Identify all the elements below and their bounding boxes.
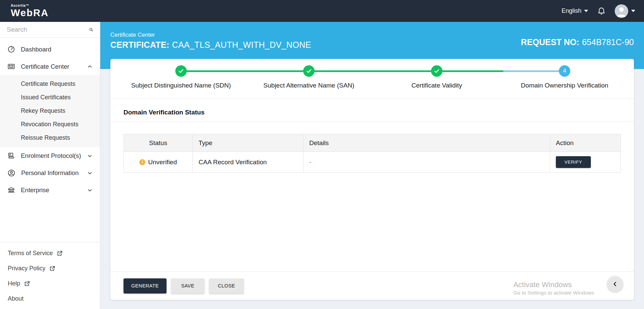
search-input[interactable] bbox=[7, 26, 89, 33]
person-icon bbox=[7, 169, 15, 177]
wizard-stepper: 4 Subject Distinguished Name (SDN) Subje… bbox=[110, 59, 634, 99]
caret-down-icon bbox=[631, 10, 635, 12]
close-button[interactable]: CLOSE bbox=[209, 278, 244, 294]
topbar: Ascertia™ WebRA English bbox=[0, 0, 644, 22]
sidebar-item-label: Personal Information bbox=[21, 169, 81, 177]
domain-verification-table: Status Type Details Action i Unverified … bbox=[123, 134, 621, 173]
check-icon bbox=[306, 68, 312, 74]
section-title: Domain Verification Status bbox=[123, 109, 205, 116]
watermark-line1: Activate Windows bbox=[513, 280, 594, 289]
step-4-circle[interactable]: 4 bbox=[559, 65, 570, 77]
avatar bbox=[615, 4, 628, 18]
column-header-type: Type bbox=[193, 134, 303, 152]
sidebar-item-label: Enrolment Protocol(s) bbox=[21, 152, 81, 160]
bell-icon bbox=[597, 6, 606, 15]
check-icon bbox=[434, 68, 440, 74]
info-badge-icon: i bbox=[139, 159, 145, 165]
sidebar-search bbox=[0, 22, 100, 38]
type-cell: CAA Record Verification bbox=[193, 152, 303, 173]
certificate-icon bbox=[7, 63, 15, 70]
sidebar-item-personal-information[interactable]: Personal Information bbox=[0, 164, 100, 181]
sidebar-item-certificate-requests[interactable]: Certificate Requests bbox=[0, 77, 100, 91]
step-4-label: Domain Ownership Verification bbox=[494, 82, 635, 89]
user-menu[interactable] bbox=[615, 4, 635, 18]
ascertia-logo-text: Ascertia™ bbox=[11, 4, 49, 7]
about-link[interactable]: About bbox=[0, 291, 100, 306]
step-3-label: Certificate Validity bbox=[366, 82, 507, 89]
request-number-value: 654B781C-90 bbox=[582, 37, 634, 47]
enrolment-icon bbox=[7, 152, 15, 160]
step-3-circle[interactable] bbox=[431, 65, 442, 77]
chevron-down-icon bbox=[87, 153, 93, 159]
sidebar-footer: Terms of Service Privacy Policy Help Abo… bbox=[0, 242, 100, 309]
chevron-left-icon bbox=[612, 281, 618, 287]
main-content: Certificate Center CERTIFICATE:CAA_TLS_A… bbox=[100, 22, 644, 309]
step-2-label: Subject Alternative Name (SAN) bbox=[238, 82, 380, 89]
verify-button[interactable]: VERIFY bbox=[556, 156, 591, 168]
terms-of-service-link[interactable]: Terms of Service bbox=[0, 246, 100, 261]
step-2-circle[interactable] bbox=[303, 65, 315, 77]
language-selector[interactable]: English bbox=[562, 7, 588, 14]
sidebar-item-enterprise[interactable]: Enterprise bbox=[0, 181, 100, 199]
table-header-row: Status Type Details Action bbox=[124, 134, 621, 152]
sidebar-item-label: Enterprise bbox=[21, 186, 81, 194]
column-header-details: Details bbox=[303, 134, 550, 152]
sidebar-item-rekey-requests[interactable]: Rekey Requests bbox=[0, 104, 100, 117]
sidebar-item-certificate-center[interactable]: Certificate Center bbox=[0, 58, 100, 75]
details-dash: - bbox=[309, 159, 311, 166]
sidebar-item-revocation-requests[interactable]: Revocation Requests bbox=[0, 117, 100, 131]
sidebar: Dashboard Certificate Center Certificate… bbox=[0, 22, 100, 309]
wizard-card: 4 Subject Distinguished Name (SDN) Subje… bbox=[110, 59, 634, 300]
submenu-label: Issued Certificates bbox=[21, 94, 71, 101]
request-number-label: REQUEST NO: bbox=[521, 37, 579, 47]
chevron-down-icon bbox=[87, 187, 93, 193]
help-link[interactable]: Help bbox=[0, 276, 100, 291]
step-1-circle[interactable] bbox=[175, 65, 187, 77]
submenu-label: Certificate Requests bbox=[21, 80, 75, 88]
sidebar-item-dashboard[interactable]: Dashboard bbox=[0, 41, 100, 58]
watermark-line2: Go to Settings to activate Windows bbox=[513, 290, 594, 296]
privacy-policy-link[interactable]: Privacy Policy bbox=[0, 261, 100, 276]
page-title-value: CAA_TLS_AUTH_WITH_DV_NONE bbox=[172, 40, 311, 49]
stepper-connector-2-3 bbox=[309, 70, 437, 72]
external-link-icon bbox=[49, 265, 56, 272]
notifications-button[interactable] bbox=[597, 6, 606, 15]
chevron-up-icon bbox=[87, 64, 93, 69]
caret-down-icon bbox=[584, 10, 588, 12]
column-header-action: Action bbox=[550, 134, 621, 152]
table-row: i Unverified CAA Record Verification - V… bbox=[124, 152, 621, 173]
certificate-center-submenu: Certificate Requests Issued Certificates… bbox=[0, 75, 100, 147]
details-cell: - bbox=[303, 152, 550, 173]
save-button[interactable]: SAVE bbox=[171, 278, 205, 294]
collapse-panel-button[interactable] bbox=[607, 276, 623, 292]
submenu-label: Reissue Requests bbox=[21, 134, 70, 141]
sidebar-nav: Dashboard Certificate Center Certificate… bbox=[0, 38, 100, 199]
chevron-down-icon bbox=[87, 170, 93, 176]
bank-icon bbox=[7, 186, 15, 194]
gauge-icon bbox=[7, 45, 15, 53]
step-4-number: 4 bbox=[563, 68, 566, 74]
generate-button[interactable]: GENERATE bbox=[123, 278, 167, 294]
footer-link-label: Privacy Policy bbox=[8, 265, 45, 272]
request-number: REQUEST NO:654B781C-90 bbox=[521, 37, 634, 47]
search-icon[interactable] bbox=[89, 26, 93, 34]
submenu-label: Revocation Requests bbox=[21, 121, 78, 128]
column-header-status: Status bbox=[124, 134, 193, 152]
external-link-icon bbox=[24, 280, 30, 287]
submenu-label: Rekey Requests bbox=[21, 107, 65, 114]
webra-logo[interactable]: Ascertia™ WebRA bbox=[9, 4, 49, 18]
sidebar-item-label: Certificate Center bbox=[21, 63, 81, 70]
step-1-label: Subject Distinguished Name (SDN) bbox=[110, 82, 252, 89]
status-text: Unverified bbox=[148, 159, 177, 166]
windows-activation-watermark: Activate Windows Go to Settings to activ… bbox=[513, 280, 594, 296]
sidebar-spacer bbox=[0, 199, 100, 242]
footer-link-label: Terms of Service bbox=[8, 250, 53, 257]
footer-link-label: Help bbox=[8, 280, 20, 287]
sidebar-item-reissue-requests[interactable]: Reissue Requests bbox=[0, 131, 100, 144]
webra-logo-text: WebRA bbox=[11, 8, 49, 18]
action-cell: VERIFY bbox=[550, 152, 621, 173]
footer-link-label: About bbox=[8, 295, 24, 302]
sidebar-item-issued-certificates[interactable]: Issued Certificates bbox=[0, 91, 100, 104]
status-cell: i Unverified bbox=[124, 152, 193, 173]
sidebar-item-enrolment-protocols[interactable]: Enrolment Protocol(s) bbox=[0, 147, 100, 164]
